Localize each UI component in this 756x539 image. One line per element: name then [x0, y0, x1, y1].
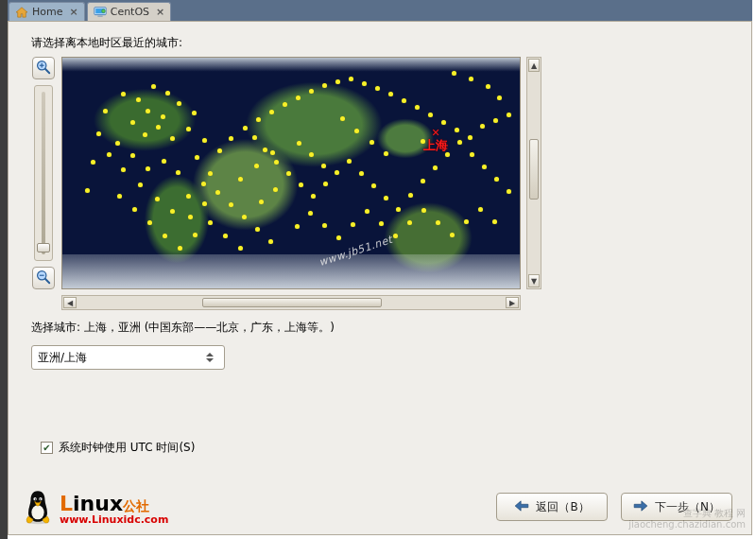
city-dot[interactable] [193, 233, 198, 237]
city-dot[interactable] [96, 131, 101, 136]
city-dot[interactable] [396, 207, 401, 212]
city-dot[interactable] [379, 221, 384, 226]
city-dot[interactable] [162, 159, 166, 164]
city-dot[interactable] [85, 188, 90, 193]
city-dot[interactable] [286, 171, 291, 176]
city-dot[interactable] [195, 155, 199, 160]
hscroll-thumb[interactable] [202, 298, 382, 307]
city-dot[interactable] [170, 136, 175, 141]
city-dot[interactable] [242, 215, 247, 219]
city-dot[interactable] [308, 211, 313, 216]
city-dot[interactable] [177, 101, 181, 106]
city-dot[interactable] [507, 189, 511, 194]
city-dot[interactable] [192, 111, 197, 115]
tab-home[interactable]: Home × [9, 2, 85, 21]
city-dot[interactable] [455, 128, 459, 132]
city-dot[interactable] [143, 132, 147, 137]
city-dot[interactable] [482, 165, 487, 169]
zoom-out-button[interactable] [32, 267, 55, 289]
city-dot[interactable] [470, 152, 474, 157]
city-dot[interactable] [441, 120, 446, 125]
map-vscrollbar[interactable]: ▲ ▼ [526, 57, 541, 289]
city-dot[interactable] [309, 152, 314, 157]
hscroll-right-icon[interactable]: ▶ [506, 297, 519, 308]
city-dot[interactable] [115, 141, 120, 146]
city-dot[interactable] [433, 165, 438, 170]
city-dot[interactable] [223, 234, 228, 238]
city-dot[interactable] [283, 102, 287, 107]
city-dot[interactable] [349, 77, 353, 81]
timezone-map[interactable]: ✕ 上海 www.jb51.net [61, 57, 521, 289]
city-dot[interactable] [415, 105, 420, 110]
city-dot[interactable] [201, 182, 206, 186]
zoom-in-button[interactable] [32, 57, 55, 79]
city-dot[interactable] [163, 234, 167, 238]
city-dot[interactable] [229, 136, 233, 141]
city-dot[interactable] [507, 113, 511, 117]
city-dot[interactable] [384, 196, 388, 200]
city-dot[interactable] [208, 220, 213, 225]
city-dot[interactable] [408, 193, 413, 198]
city-dot[interactable] [274, 160, 279, 165]
city-dot[interactable] [151, 84, 156, 89]
city-dot[interactable] [270, 150, 275, 155]
city-dot[interactable] [256, 117, 261, 122]
city-dot[interactable] [421, 179, 425, 183]
city-dot[interactable] [136, 97, 141, 102]
zoom-slider[interactable] [34, 85, 53, 261]
city-dot[interactable] [468, 135, 472, 140]
city-dot[interactable] [176, 170, 180, 175]
city-dot[interactable] [323, 182, 328, 186]
city-dot[interactable] [138, 183, 143, 187]
city-dot[interactable] [321, 164, 326, 168]
city-dot[interactable] [452, 71, 456, 76]
city-dot[interactable] [362, 81, 367, 86]
hscroll-left-icon[interactable]: ◀ [63, 297, 77, 308]
map-hscrollbar[interactable]: ◀ ▶ [61, 295, 521, 310]
city-dot[interactable] [486, 84, 490, 89]
city-dot[interactable] [243, 126, 248, 130]
city-dot[interactable] [217, 148, 222, 153]
city-dot[interactable] [369, 140, 374, 145]
city-dot[interactable] [103, 109, 108, 113]
city-dot[interactable] [436, 220, 440, 225]
city-dot[interactable] [107, 152, 112, 157]
city-dot[interactable] [254, 164, 259, 168]
tab-centos[interactable]: CentOS × [87, 2, 172, 21]
city-dot[interactable] [296, 96, 301, 100]
city-dot[interactable] [161, 114, 165, 119]
city-dot[interactable] [186, 194, 191, 199]
city-dot[interactable] [165, 91, 170, 96]
city-dot[interactable] [494, 177, 499, 182]
city-dot[interactable] [229, 202, 233, 207]
city-dot[interactable] [121, 167, 126, 172]
vscroll-up-icon[interactable]: ▲ [528, 59, 540, 72]
city-dot[interactable] [457, 140, 462, 145]
city-dot[interactable] [492, 219, 497, 224]
city-dot[interactable] [347, 159, 352, 164]
city-dot[interactable] [493, 118, 498, 123]
city-dot[interactable] [428, 113, 433, 117]
city-dot[interactable] [188, 215, 193, 219]
city-dot[interactable] [335, 79, 340, 84]
zoom-slider-thumb[interactable] [37, 243, 50, 252]
city-dot[interactable] [269, 110, 274, 114]
city-dot[interactable] [155, 197, 160, 201]
city-dot[interactable] [450, 233, 455, 237]
city-dot[interactable] [238, 177, 243, 182]
city-dot[interactable] [497, 96, 502, 100]
city-dot[interactable] [469, 77, 473, 81]
city-dot[interactable] [91, 160, 95, 165]
city-dot[interactable] [202, 138, 207, 143]
city-dot[interactable] [130, 120, 135, 125]
city-dot[interactable] [202, 201, 207, 206]
city-dot[interactable] [273, 187, 278, 192]
back-button[interactable]: 返回（B） [496, 493, 608, 521]
city-dot[interactable] [178, 246, 182, 251]
city-dot[interactable] [252, 135, 257, 140]
city-dot[interactable] [130, 153, 135, 158]
vscroll-down-icon[interactable]: ▼ [528, 274, 540, 287]
city-dot[interactable] [186, 127, 191, 131]
city-dot[interactable] [340, 116, 345, 121]
city-dot[interactable] [359, 171, 364, 176]
